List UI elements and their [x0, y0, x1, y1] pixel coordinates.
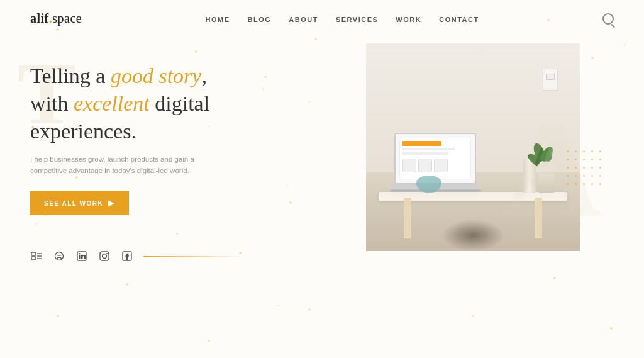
- main-content: T Telling a good story, with excellent d…: [0, 37, 644, 357]
- svg-point-8: [79, 253, 80, 255]
- dot-pattern: [567, 150, 604, 188]
- svg-rect-9: [100, 252, 109, 260]
- svg-point-11: [106, 253, 108, 254]
- nav-item-blog[interactable]: BLOG: [248, 13, 272, 25]
- social-icons-row: [30, 250, 332, 262]
- hero-image-area: A: [332, 37, 614, 251]
- hero-line2: with excellent digital: [30, 92, 209, 115]
- hero-title: Telling a good story, with excellent dig…: [30, 62, 332, 146]
- hero-highlight-good-story: good story: [111, 64, 202, 87]
- facebook-icon[interactable]: [121, 250, 133, 262]
- nav-item-services[interactable]: SERVICES: [336, 13, 378, 25]
- nav-item-about[interactable]: ABOUT: [289, 13, 318, 25]
- svg-point-10: [103, 254, 107, 259]
- svg-rect-0: [31, 252, 36, 255]
- hero-line3: experiences.: [30, 120, 136, 143]
- nav-item-work[interactable]: WORK: [396, 13, 421, 25]
- behance-icon[interactable]: [30, 250, 43, 262]
- svg-point-5: [55, 252, 64, 260]
- hero-subtitle: I help businesses grow, launch products …: [30, 154, 213, 177]
- hero-highlight-excellent: excellent: [74, 92, 150, 115]
- linkedin-icon[interactable]: [75, 250, 88, 262]
- nav-links: HOME BLOG ABOUT SERVICES WORK CONTACT: [206, 13, 479, 25]
- social-divider-line: [143, 256, 244, 257]
- svg-rect-7: [79, 255, 80, 259]
- cta-button[interactable]: SEE ALL WORK ▶: [30, 191, 129, 215]
- cta-arrow-icon: ▶: [108, 199, 115, 208]
- hero-section: T Telling a good story, with excellent d…: [30, 37, 332, 262]
- nav-item-contact[interactable]: CONTACT: [439, 13, 479, 25]
- nav-item-home[interactable]: HOME: [206, 13, 230, 25]
- hero-line1: Telling a good story,: [30, 64, 207, 87]
- cta-label: SEE ALL WORK: [44, 200, 103, 207]
- instagram-icon[interactable]: [98, 250, 111, 262]
- search-icon[interactable]: [602, 13, 614, 25]
- svg-rect-1: [31, 257, 36, 260]
- main-nav: alif.space HOME BLOG ABOUT SERVICES WORK…: [0, 0, 644, 37]
- dribbble-icon[interactable]: [53, 250, 65, 262]
- logo[interactable]: alif.space: [30, 11, 82, 26]
- desk-photo: [366, 43, 580, 251]
